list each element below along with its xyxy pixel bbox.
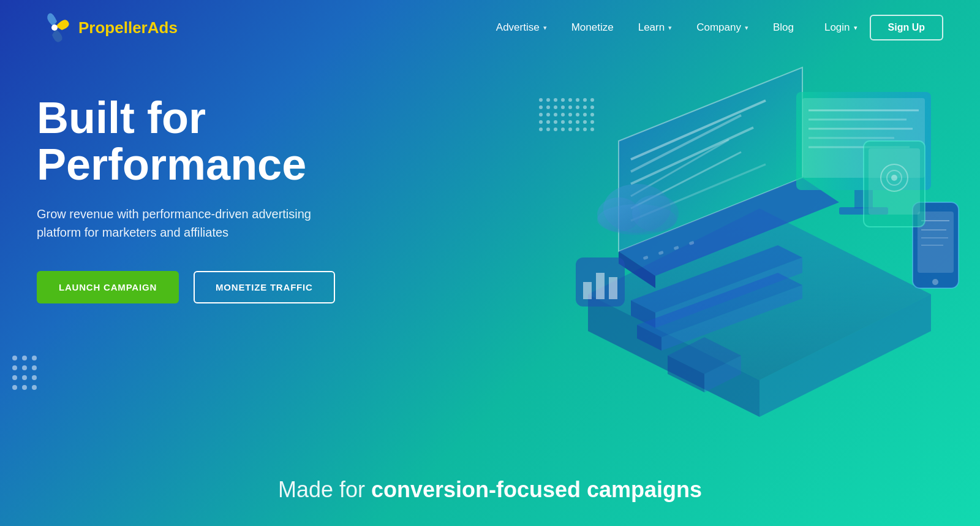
svg-rect-46 <box>609 277 617 299</box>
login-label: Login <box>824 21 850 34</box>
logo-text: PropellerAds <box>78 18 178 37</box>
monetize-traffic-button[interactable]: MONETIZE TRAFFIC <box>194 271 335 303</box>
hero-tagline: Made for conversion-focused campaigns <box>0 477 980 503</box>
nav-item-monetize[interactable]: Monetize <box>571 21 614 34</box>
hero-title: Built for Performance <box>37 95 335 188</box>
nav-item-advertise[interactable]: Advertise ▾ <box>496 21 547 34</box>
svg-rect-35 <box>869 148 920 215</box>
chevron-down-icon-company: ▾ <box>745 24 748 32</box>
svg-point-33 <box>932 279 938 285</box>
launch-campaign-button[interactable]: LAUNCH CAMPAIGN <box>37 271 179 303</box>
svg-point-0 <box>51 25 58 31</box>
logo[interactable]: PropellerAds <box>37 10 178 45</box>
nav-label-blog: Blog <box>773 21 794 34</box>
logo-icon <box>37 10 72 45</box>
hero-section: PropellerAds Advertise ▾ Monetize Learn … <box>0 0 980 526</box>
hero-title-line2: Performance <box>37 140 306 189</box>
brand-name-yellow: Ads <box>148 18 178 37</box>
nav-item-learn[interactable]: Learn ▾ <box>638 21 672 34</box>
nav-item-blog[interactable]: Blog <box>773 21 794 34</box>
hero-buttons: LAUNCH CAMPAIGN MONETIZE TRAFFIC <box>37 271 335 303</box>
nav-label-advertise: Advertise <box>496 21 540 34</box>
tagline-bold-text: conversion-focused campaigns <box>371 477 702 502</box>
tagline-normal-text: Made for <box>278 477 371 502</box>
hero-content: Built for Performance Grow revenue with … <box>37 95 335 303</box>
nav-label-monetize: Monetize <box>571 21 614 34</box>
chevron-down-icon-learn: ▾ <box>668 24 672 32</box>
nav-item-company[interactable]: Company ▾ <box>696 21 748 34</box>
decorative-dots-left <box>12 356 37 390</box>
nav-label-company: Company <box>696 21 741 34</box>
hero-title-line1: Built for <box>37 93 206 142</box>
navbar: PropellerAds Advertise ▾ Monetize Learn … <box>0 0 980 55</box>
hero-subtitle: Grow revenue with performance-driven adv… <box>37 205 335 242</box>
nav-label-learn: Learn <box>638 21 665 34</box>
chevron-down-icon: ▾ <box>543 24 547 32</box>
svg-point-42 <box>597 204 677 235</box>
svg-rect-44 <box>583 282 592 299</box>
hero-illustration <box>496 31 980 472</box>
svg-rect-45 <box>596 273 605 299</box>
chevron-down-icon-login: ▾ <box>854 24 858 32</box>
svg-point-38 <box>891 175 897 181</box>
nav-links: Advertise ▾ Monetize Learn ▾ Company ▾ <box>496 21 794 34</box>
nav-login[interactable]: Login ▾ <box>824 21 858 34</box>
signup-button[interactable]: Sign Up <box>870 15 943 40</box>
brand-name-black: Propeller <box>78 18 148 37</box>
